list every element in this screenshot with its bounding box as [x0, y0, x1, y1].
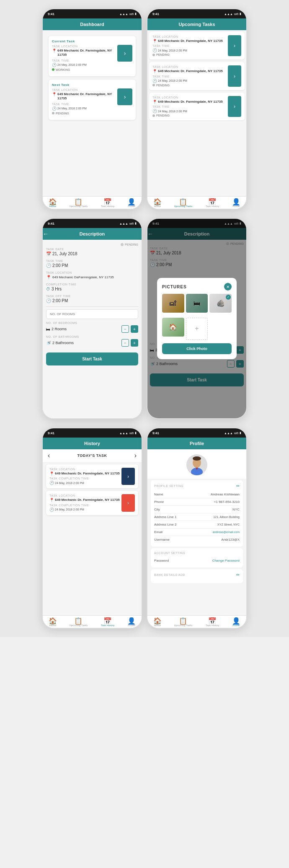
task-date-val: 21, July 2018: [52, 251, 77, 256]
nav-home-p[interactable]: 🏠 Home: [154, 618, 161, 627]
profile-row-phone: Phone +1 987-654-3210: [154, 498, 240, 506]
nav-history-label-uc: Task History: [206, 205, 219, 207]
prev-day-btn[interactable]: ‹: [48, 452, 50, 459]
task-off-val: 2:00 PM: [52, 298, 68, 303]
uc-status-1: PENDING: [156, 53, 170, 56]
next-day-btn[interactable]: ›: [134, 452, 137, 459]
nav-profile-p[interactable]: 👤 Profile: [232, 618, 240, 627]
bathroom-plus[interactable]: +: [131, 339, 138, 347]
battery-icon-5: ▮: [135, 431, 137, 435]
val-addr2: XYZ Street, NYC: [217, 523, 240, 526]
nav-history-p[interactable]: 📅 Task History: [206, 618, 219, 627]
bedrooms-val: 2 Rooms: [52, 327, 67, 331]
avatar-svg: [188, 454, 205, 475]
home-icon-h: 🏠: [50, 618, 56, 624]
label-email: Email: [154, 530, 163, 534]
tc-info-3: TASK LOCATION 📍 649 Mechanic Dr. Farming…: [152, 96, 225, 117]
wifi-icon-5: wifi: [129, 432, 134, 435]
uc-time-3: 24 May, 2018 2:00 PM: [158, 110, 187, 113]
nav-history-uc[interactable]: 📅 Task History: [206, 199, 219, 207]
next-task-label: Next Task: [52, 83, 132, 87]
nav-profile-h[interactable]: 👤 Profile: [128, 618, 135, 627]
task-time-label-d: TASK TIME: [46, 259, 138, 262]
bedroom-plus[interactable]: +: [131, 325, 138, 333]
photo-add-btn[interactable]: +: [186, 318, 208, 340]
no-rooms-input[interactable]: [46, 309, 138, 319]
account-setting-label: ACCOUNT SETTING: [154, 552, 185, 554]
uc-chevron-2[interactable]: ›: [228, 65, 241, 86]
header-title-upcoming: Upcoming Tasks: [152, 22, 241, 27]
phone-history: 9:41 ▲▲▲ wifi ▮ History ‹ TODAY'S TASK ›: [42, 428, 142, 629]
nav-upcoming-h[interactable]: 📋 Upcoming Tasks: [69, 618, 88, 627]
label-phone: Phone: [154, 500, 164, 504]
phone-desc-light: 9:41 ▲▲▲ wifi ▮ ← Description PENDING: [42, 218, 142, 419]
battery-icon-6: ▮: [240, 431, 241, 435]
nav-profile-uc[interactable]: 👤 Profile: [232, 199, 240, 207]
history-card-2: TASK LOCATION 📍 649 Mechanic Dr. Farming…: [46, 491, 138, 515]
bath-icon: 🚿: [46, 341, 51, 345]
history-icon-p: 📅: [209, 618, 215, 624]
time-profile: 9:41: [152, 431, 159, 435]
nav-upcoming-label-p: Upcoming Tasks: [174, 624, 192, 627]
photo-thumb-2: 🛏: [186, 294, 208, 316]
upcoming-icon: 📋: [75, 199, 81, 205]
bedrooms-row: NO. OF BEDROOMS 🛏 2 Rooms − +: [46, 321, 138, 333]
h-chevron-1[interactable]: ›: [121, 468, 135, 485]
header-title-dashboard: Dashboard: [48, 22, 137, 27]
nav-history-label: Task History: [101, 205, 115, 207]
val-phone: +1 987-654-3210: [214, 500, 240, 504]
val-password[interactable]: Change Password: [212, 559, 240, 562]
phone-profile: 9:41 ▲▲▲ wifi ▮ Profile: [147, 428, 247, 629]
nav-history[interactable]: 📅 Task History: [101, 199, 115, 207]
loc-label-2: TASK LOCATION: [52, 88, 116, 91]
uc-chevron-3[interactable]: ›: [228, 96, 241, 117]
uc-chevron-1[interactable]: ›: [228, 35, 241, 56]
next-task-chevron[interactable]: ›: [117, 88, 132, 105]
uc-dot-2: [152, 84, 155, 86]
nav-history-label-h: Task History: [101, 624, 115, 627]
footer-profile: 🏠 Home 📋 Upcoming Tasks 📅 Task History 👤…: [147, 615, 246, 628]
h-completion-label-2: TASK COMPLETION TIME: [49, 504, 121, 507]
notch-dashboard: 9:41 ▲▲▲ wifi ▮: [43, 9, 142, 18]
h-chevron-2[interactable]: ›: [121, 494, 135, 511]
account-setting-header: ACCOUNT SETTING: [154, 552, 240, 554]
pending-text-light: PENDING: [125, 243, 138, 246]
nav-upcoming-p[interactable]: 📋 Upcoming Tasks: [174, 618, 192, 627]
clock-icon-d: 🕐: [46, 263, 51, 268]
start-task-btn-light[interactable]: Start Task: [46, 352, 138, 365]
nav-profile[interactable]: 👤 Profile: [128, 199, 135, 207]
notch-profile: 9:41 ▲▲▲ wifi ▮: [147, 428, 246, 438]
bedroom-counter: − +: [121, 325, 138, 333]
wifi-icon-3: wifi: [129, 222, 134, 225]
bank-edit-icon[interactable]: ✏: [236, 573, 240, 577]
modal-close-btn[interactable]: ✕: [224, 283, 232, 290]
next-task-info: TASK LOCATION 📍 649 Mechanic Dr. Farming…: [52, 88, 116, 115]
nav-history-h[interactable]: 📅 Task History: [101, 618, 115, 627]
nav-home[interactable]: 🏠 Home: [49, 199, 56, 207]
task-time-val: 2:00 PM: [52, 263, 68, 268]
current-task-card: Current Task TASK LOCATION 📍 649 Mechani…: [49, 36, 136, 76]
time-label-1: TASK TIME: [52, 59, 116, 62]
bathroom-minus[interactable]: −: [121, 339, 129, 347]
uc-address-2: 649 Mechanic Dr. Farmingdale, NY 11735: [158, 69, 223, 73]
back-arrow-light[interactable]: ←: [43, 231, 49, 237]
signal-icon: ▲▲▲: [119, 13, 128, 16]
nav-upcoming[interactable]: 📋 Upcoming Tasks: [69, 199, 88, 207]
uc-time-label-1: TASK TIME: [152, 44, 225, 47]
current-task-info: TASK LOCATION 📍 649 Mechanic Dr. Farming…: [52, 45, 116, 71]
nav-home-h[interactable]: 🏠 Home: [49, 618, 56, 627]
nav-upcoming-uc[interactable]: 📋 Upcoming Tasks: [174, 199, 192, 207]
current-task-chevron[interactable]: ›: [117, 45, 132, 62]
click-photo-button[interactable]: Click Photo: [162, 343, 232, 354]
task-date-label: TASK DATE: [46, 248, 138, 251]
signal-icon-6: ▲▲▲: [224, 432, 233, 435]
pictures-modal-overlay[interactable]: PICTURES ✕ 🛋 🛏: [147, 219, 246, 418]
footer-dashboard: 🏠 Home 📋 Upcoming Tasks 📅 Task History 👤…: [43, 196, 142, 209]
phone-desc-dark: 9:41 ▲▲▲ wifi ▮ ← Description PENDING: [147, 218, 247, 419]
bedroom-minus[interactable]: −: [121, 325, 129, 333]
nav-home-uc[interactable]: 🏠 Home: [154, 199, 161, 207]
profile-edit-icon[interactable]: ✏: [236, 484, 240, 488]
uc-clock-2: 🕐: [152, 79, 157, 83]
bank-details-label: BANK DETAILS ADD: [154, 573, 185, 576]
clock-icon-2: 🕐: [52, 106, 57, 111]
